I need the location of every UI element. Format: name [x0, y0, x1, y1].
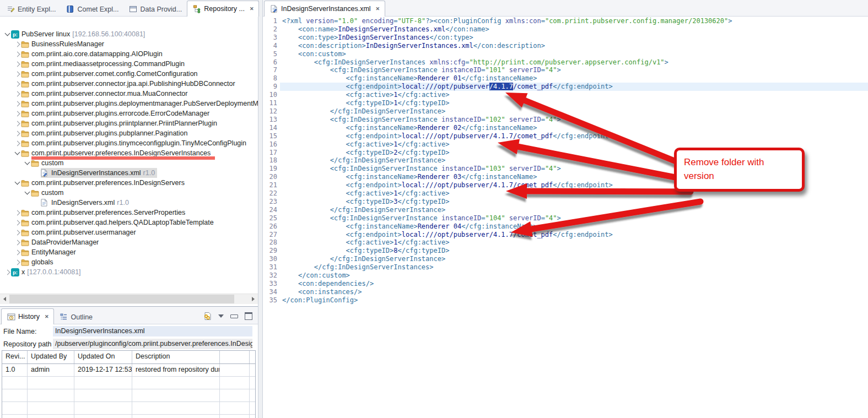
tab-comet-explorer[interactable]: Comet Expl... — [61, 2, 123, 16]
tree-item[interactable]: InDesignServers.xml r1.0 — [0, 198, 258, 208]
table-row-empty[interactable] — [2, 389, 255, 402]
close-icon[interactable]: ✕ — [250, 6, 254, 12]
scroll-left-button[interactable] — [0, 294, 9, 304]
expander-chevron[interactable] — [13, 211, 21, 215]
expander-chevron[interactable] — [13, 231, 21, 235]
expander-chevron[interactable] — [23, 192, 31, 194]
expander-chevron[interactable] — [3, 270, 11, 274]
scroll-right-button[interactable] — [249, 294, 258, 304]
code-line[interactable]: 32 </con:custom> — [263, 272, 868, 280]
code-line[interactable]: 35</con:PluginConfig> — [263, 296, 868, 305]
code-line[interactable]: 11 <cfg:typeID>1</cfg:typeID> — [263, 99, 868, 107]
code-line[interactable]: 29 <cfg:typeID>8</cfg:typeID> — [263, 247, 868, 255]
code-line[interactable]: 33 <con:dependencies/> — [263, 280, 868, 288]
tree-item[interactable]: com.priint.pubserver.plugins.tinymceconf… — [0, 138, 258, 148]
minimize-icon[interactable] — [230, 314, 238, 318]
tree-item-label: com.priint.pubserver.connector.mua.MuaCo… — [31, 90, 187, 97]
tree-item[interactable]: com.priint.pubserver.plugins.pubplanner.… — [0, 128, 258, 138]
code-line[interactable]: 25 <cfg:InDesignServerInstance instanceI… — [263, 214, 868, 222]
tab-entity-explorer[interactable]: Entity Expl... — [1, 2, 61, 16]
code-line[interactable]: 27 <cfg:endpoint>local:///opt/pubserver/… — [263, 231, 868, 239]
expander-chevron[interactable] — [13, 102, 21, 106]
code-line[interactable]: 30 </cfg:InDesignServerInstance> — [263, 255, 868, 263]
tab-history[interactable]: History✕ — [1, 308, 54, 324]
expander-chevron[interactable] — [13, 241, 21, 245]
code-line[interactable]: 9 <cfg:endpoint>local:///opt/pubserver/4… — [263, 83, 868, 91]
tab-repository[interactable]: Repository ...✕ — [187, 1, 259, 17]
code-token — [282, 34, 298, 41]
expander-chevron[interactable] — [13, 251, 21, 254]
expander-chevron[interactable] — [13, 72, 21, 76]
code-line[interactable]: 13 <cfg:InDesignServerInstance instanceI… — [263, 116, 868, 124]
expander-chevron[interactable] — [13, 221, 21, 225]
tree-item[interactable]: p:x [127.0.0.1:40081] — [0, 267, 258, 277]
code-line[interactable]: 23 <cfg:typeID>3</cfg:typeID> — [263, 198, 868, 206]
refresh-document-icon[interactable] — [203, 312, 212, 321]
code-line[interactable]: 15 <cfg:endpoint>local:///opt/pubserver/… — [263, 132, 868, 140]
code-line[interactable]: 34 <con:instances/> — [263, 288, 868, 296]
tree-item[interactable]: InDesignServerInstances.xml r1.0 — [0, 168, 258, 178]
code-line[interactable]: 24 </cfg:InDesignServerInstance> — [263, 206, 868, 214]
expander-chevron[interactable] — [13, 52, 21, 56]
expander-chevron[interactable] — [13, 182, 21, 184]
code-line[interactable]: 28 <cfg:active>1</cfg:active> — [263, 238, 868, 247]
tree-item[interactable]: p:PubServer linux [192.168.56.100:40081] — [0, 29, 258, 39]
tree-item[interactable]: EntityManager — [0, 247, 258, 257]
code-line[interactable]: 10 <cfg:active>1</cfg:active> — [263, 91, 868, 99]
tree-item[interactable]: com.priint.pubserver.connector.mua.MuaCo… — [0, 89, 258, 99]
tree-item[interactable]: BusinessRulesManager — [0, 39, 258, 49]
expander-chevron[interactable] — [13, 152, 21, 154]
code-line[interactable]: 6 <cfg:InDesignServerInstances xmlns:cfg… — [263, 58, 868, 67]
code-line[interactable]: 3 <con:type>InDesignServerInstances</con… — [263, 34, 868, 42]
tree-item[interactable]: com.priint.mediaassetprocessing.CommandP… — [0, 59, 258, 69]
tree-item[interactable]: com.priint.pubserver.qad.helpers.QADLapt… — [0, 218, 258, 227]
code-line[interactable]: 4 <con:description>InDesignServerInstanc… — [263, 42, 868, 50]
tree-item[interactable]: com.priint.pubserver.preferences.ServerP… — [0, 208, 258, 218]
expander-chevron[interactable] — [3, 33, 11, 35]
expander-chevron[interactable] — [13, 62, 21, 66]
close-icon[interactable]: ✕ — [376, 6, 380, 12]
expander-chevron[interactable] — [13, 122, 21, 126]
tree-item[interactable]: com.priint.aio.core.datamapping.AIOPlugi… — [0, 49, 258, 59]
sash-divider[interactable] — [258, 0, 263, 418]
tree-item[interactable]: com.priint.pubserver.plugins.priintplann… — [0, 118, 258, 128]
tab-data-provider[interactable]: Data Provid... — [124, 2, 187, 16]
code-line[interactable]: 26 <cfg:instanceName>Renderer 04</cfg:in… — [263, 222, 868, 231]
code-line[interactable]: 7 <cfg:InDesignServerInstance instanceID… — [263, 66, 868, 74]
table-row-empty[interactable] — [2, 377, 255, 389]
tree-item[interactable]: custom — [0, 188, 258, 198]
tree-item[interactable]: com.priint.pubserver.comet.config.CometC… — [0, 69, 258, 79]
expander-chevron[interactable] — [13, 42, 21, 46]
tree-item[interactable]: DataProviderManager — [0, 237, 258, 247]
expander-chevron[interactable] — [13, 92, 21, 96]
maximize-icon[interactable] — [245, 312, 252, 320]
tree-item[interactable]: com.priint.pubserver.preferences.InDesig… — [0, 178, 258, 188]
code-line[interactable]: 31 </cfg:InDesignServerInstances> — [263, 263, 868, 272]
view-menu-icon[interactable] — [218, 314, 224, 318]
tab-indesignserverinstances-xml[interactable]: InDesignServerInstances.xml✕ — [264, 1, 385, 17]
code-line[interactable]: 14 <cfg:instanceName>Renderer 02</cfg:in… — [263, 124, 868, 132]
xml-editor[interactable]: 1<?xml version="1.0" encoding="UTF-8"?><… — [263, 16, 868, 418]
expander-chevron[interactable] — [13, 260, 21, 264]
table-row-empty[interactable] — [2, 402, 255, 415]
code-line[interactable]: 12 </cfg:InDesignServerInstance> — [263, 107, 868, 116]
code-line[interactable]: 5 <con:custom> — [263, 50, 868, 58]
expander-chevron[interactable] — [13, 112, 21, 116]
tree-item[interactable]: globals — [0, 257, 258, 267]
tree-item[interactable]: com.priint.pubserver.plugins.deploymentm… — [0, 99, 258, 108]
code-line[interactable]: 8 <cfg:instanceName>Renderer 01</cfg:ins… — [263, 74, 868, 83]
scrollbar-thumb[interactable] — [9, 295, 234, 303]
expander-chevron[interactable] — [13, 142, 21, 145]
table-row[interactable]: 1.0admin2019-12-17 12:53restored from re… — [2, 364, 255, 377]
tree-item[interactable]: com.priint.pubserver.usermanager — [0, 227, 258, 237]
code-line[interactable]: 2 <con:name>InDesignServerInstances.xml<… — [263, 25, 868, 34]
tree-item[interactable]: com.priint.pubserver.plugins.errorcode.E… — [0, 108, 258, 118]
expander-chevron[interactable] — [23, 162, 31, 164]
tree-item[interactable]: com.priint.pubserver.connector.jpa.api.P… — [0, 79, 258, 89]
expander-chevron[interactable] — [13, 132, 21, 135]
table-row-empty[interactable] — [2, 415, 255, 418]
close-icon[interactable]: ✕ — [45, 314, 49, 319]
code-line[interactable]: 1<?xml version="1.0" encoding="UTF-8"?><… — [263, 17, 868, 25]
expander-chevron[interactable] — [13, 82, 21, 86]
tab-outline[interactable]: Outline — [54, 310, 98, 324]
